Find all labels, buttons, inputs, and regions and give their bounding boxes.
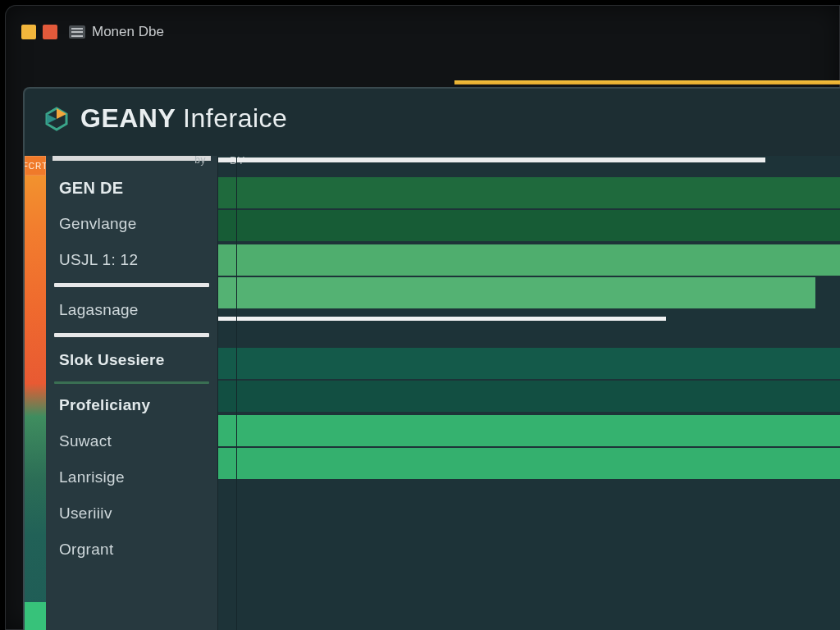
os-titlebar: Monen Dbe: [20, 20, 840, 44]
sidebar-divider-1: [54, 283, 209, 287]
window-menu-icon[interactable]: [69, 25, 85, 39]
sidebar-item-slok[interactable]: Slok Usesiere: [46, 342, 217, 378]
bar-row-1: [218, 158, 765, 162]
sidebar-heading-gen-de[interactable]: GEN DE: [46, 161, 217, 206]
app-title-rest: Inferaice: [183, 103, 287, 133]
sidebar: by GEN DE Genvlange USJL 1: 12 Lagasnage…: [46, 156, 218, 630]
sidebar-item-genvlange[interactable]: Genvlange: [46, 206, 217, 242]
accent-underline: [454, 80, 840, 84]
bar-row-8: [218, 381, 840, 412]
window-close-icon[interactable]: [43, 25, 57, 39]
color-rail: FCRT: [25, 156, 46, 630]
sidebar-item-profeliciany[interactable]: Profeliciany: [46, 387, 217, 423]
sidebar-item-lanrisige[interactable]: Lanrisige: [46, 459, 217, 495]
sidebar-divider-3: [54, 381, 209, 384]
app-chrome: Monen Dbe Geany Inferaice FCRT: [5, 5, 840, 630]
chart-area: DY: [218, 156, 840, 630]
app-body: FCRT by GEN DE Genvlange USJL 1: 12 Laga…: [25, 156, 840, 630]
bar-row-9: [218, 415, 840, 446]
svg-marker-2: [47, 114, 57, 124]
panel-divider: [236, 156, 237, 630]
bar-row-5: [218, 277, 815, 308]
window-title: Monen Dbe: [92, 24, 164, 40]
app-title: Geany Inferaice: [80, 103, 287, 134]
bar-row-2: [218, 177, 840, 208]
bar-row-7: [218, 348, 840, 379]
hexagon-logo-icon: [44, 107, 69, 131]
rail-tab[interactable]: FCRT: [25, 156, 46, 176]
app-window: Geany Inferaice FCRT by GEN DE Genvlange…: [23, 87, 840, 630]
bar-row-6: [218, 317, 666, 321]
sidebar-item-usjl[interactable]: USJL 1: 12: [46, 242, 217, 278]
sidebar-divider-2: [54, 333, 209, 337]
app-title-strong: Geany: [80, 103, 176, 133]
bar-row-10: [218, 448, 840, 479]
sidebar-item-orgrant[interactable]: Orgrant: [46, 532, 217, 568]
sidebar-item-lagasnage[interactable]: Lagasnage: [46, 292, 217, 328]
bar-row-4: [218, 244, 840, 276]
rail-bottom-marker: [25, 602, 46, 630]
sidebar-item-useriiiv[interactable]: Useriiiv: [46, 495, 217, 532]
sidebar-mini-label: by: [194, 154, 206, 166]
window-minimize-icon[interactable]: [21, 25, 36, 39]
sidebar-item-suwact[interactable]: Suwact: [46, 423, 217, 459]
app-header: Geany Inferaice: [25, 89, 840, 152]
bar-row-3: [218, 210, 840, 241]
